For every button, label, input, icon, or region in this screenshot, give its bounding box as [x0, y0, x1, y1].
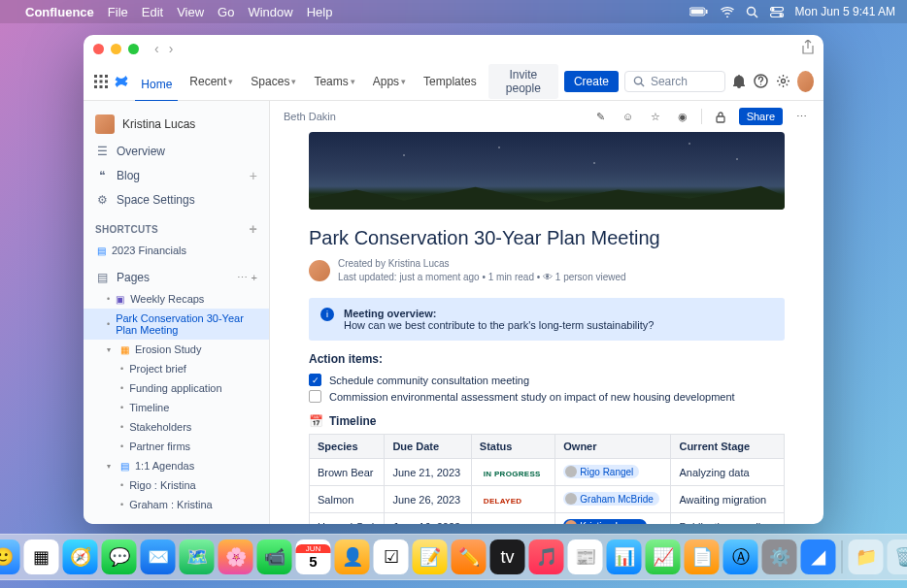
collapse-icon[interactable]: ▾ — [107, 345, 115, 354]
control-center-icon[interactable] — [770, 7, 784, 17]
tree-project-brief[interactable]: •Project brief — [84, 359, 269, 378]
dock-freeform[interactable]: ✏️ — [452, 539, 487, 574]
user-mention[interactable]: Graham McBride — [563, 492, 659, 506]
dock-notes[interactable]: 📝 — [413, 539, 448, 574]
sidebar-blog[interactable]: ❝ Blog + — [84, 163, 269, 188]
dock-confluence[interactable]: ◢ — [801, 539, 836, 574]
profile-avatar[interactable] — [797, 71, 814, 92]
search-input[interactable]: Search — [624, 71, 725, 92]
tree-park-meeting[interactable]: • Park Conservation 30-Year Plan Meeting — [84, 309, 269, 340]
tree-funding[interactable]: •Funding application — [84, 378, 269, 398]
nav-templates[interactable]: Templates — [418, 71, 483, 92]
create-button[interactable]: Create — [564, 71, 619, 92]
star-icon[interactable]: ☆ — [647, 108, 664, 125]
menu-go[interactable]: Go — [218, 5, 234, 19]
add-blog-icon[interactable]: + — [250, 168, 257, 183]
nav-back-icon[interactable]: ‹ — [154, 41, 159, 56]
menu-view[interactable]: View — [177, 5, 204, 19]
tree-partner-firms[interactable]: •Partner firms — [84, 437, 269, 456]
wifi-icon[interactable] — [721, 7, 734, 17]
edit-icon[interactable]: ✎ — [592, 108, 610, 125]
sidebar-overview[interactable]: ☰ Overview — [84, 140, 269, 163]
page-title: Park Conservation 30-Year Plan Meeting — [309, 227, 785, 249]
nav-spaces[interactable]: Spaces▾ — [245, 71, 302, 92]
tree-weekly-recaps[interactable]: • ▣ Weekly Recaps — [84, 289, 269, 309]
watch-icon[interactable]: ◉ — [674, 108, 691, 125]
collapse-icon[interactable]: ▾ — [107, 462, 115, 471]
status-lozenge: IN PROGRESS — [480, 469, 545, 479]
more-actions-icon[interactable]: ⋯ — [792, 108, 810, 125]
menu-window[interactable]: Window — [248, 5, 292, 19]
share-button[interactable]: Share — [739, 108, 783, 125]
dock-settings[interactable]: ⚙️ — [762, 539, 797, 574]
author-avatar[interactable] — [309, 260, 330, 281]
task-checkbox[interactable] — [309, 390, 321, 403]
menu-file[interactable]: File — [108, 5, 128, 19]
shortcut-2023-financials[interactable]: ▤ 2023 Financials — [84, 241, 269, 260]
dock-tv[interactable]: tv — [490, 539, 525, 574]
tree-agendas[interactable]: ▾ ▤ 1:1 Agendas — [84, 456, 269, 475]
pages-section[interactable]: ▤ Pages ⋯+ — [84, 266, 269, 289]
restrictions-lock-icon[interactable] — [712, 108, 729, 125]
space-header[interactable]: Kristina Lucas — [84, 109, 269, 140]
zoom-window-button[interactable] — [128, 44, 139, 54]
dock-appstore[interactable]: Ⓐ — [723, 539, 758, 574]
dock-messages[interactable]: 💬 — [102, 539, 137, 574]
dock-contacts[interactable]: 👤 — [335, 539, 370, 574]
dock-launchpad[interactable]: ▦ — [24, 539, 59, 574]
task-checkbox[interactable]: ✓ — [309, 374, 321, 386]
status-lozenge: IN PROGRESS — [480, 523, 545, 525]
tree-graham[interactable]: •Graham : Kristina — [84, 495, 269, 514]
tree-stakeholders[interactable]: •Stakeholders — [84, 417, 269, 437]
add-page-icon[interactable]: + — [252, 272, 257, 284]
spotlight-icon[interactable] — [746, 6, 758, 18]
sidebar-space-settings[interactable]: ⚙ Space Settings — [84, 188, 269, 212]
menu-help[interactable]: Help — [307, 5, 333, 19]
close-window-button[interactable] — [93, 44, 104, 54]
nav-teams[interactable]: Teams▾ — [308, 71, 360, 92]
info-panel: i Meeting overview: How can we best cont… — [309, 298, 785, 341]
dock-mail[interactable]: ✉️ — [141, 539, 176, 574]
nav-home[interactable]: Home — [135, 74, 178, 102]
tree-erosion-study[interactable]: ▾ ▦ Erosion Study — [84, 340, 269, 359]
tree-timeline[interactable]: •Timeline — [84, 398, 269, 417]
svg-rect-10 — [99, 75, 102, 78]
menubar-datetime[interactable]: Mon Jun 5 9:41 AM — [795, 5, 895, 18]
breadcrumb-author[interactable]: Beth Dakin — [284, 111, 336, 122]
app-switcher-icon[interactable] — [93, 72, 108, 91]
dock-safari[interactable]: 🧭 — [63, 539, 98, 574]
dock-news[interactable]: 📰 — [568, 539, 603, 574]
tree-rigo[interactable]: •Rigo : Kristina — [84, 475, 269, 495]
confluence-logo-icon[interactable] — [114, 72, 129, 91]
dock-downloads[interactable]: 📁 — [849, 539, 884, 574]
dock-keynote[interactable]: 📊 — [607, 539, 642, 574]
menu-edit[interactable]: Edit — [142, 5, 163, 19]
dock-music[interactable]: 🎵 — [529, 539, 564, 574]
settings-gear-icon[interactable] — [775, 71, 791, 92]
battery-icon[interactable] — [689, 7, 709, 16]
macos-share-icon[interactable] — [802, 40, 814, 57]
dock-maps[interactable]: 🗺️ — [180, 539, 215, 574]
user-mention[interactable]: Rigo Rangel — [563, 465, 639, 478]
dock-photos[interactable]: 🌸 — [218, 539, 253, 574]
menu-app-name[interactable]: Confluence — [25, 5, 94, 19]
nav-forward-icon[interactable]: › — [169, 41, 174, 56]
minimize-window-button[interactable] — [111, 44, 121, 54]
dock-numbers[interactable]: 📈 — [646, 539, 681, 574]
user-mention[interactable]: Kristina Lucas — [563, 519, 647, 524]
help-icon[interactable] — [753, 71, 769, 92]
dock-pages[interactable]: 📄 — [685, 539, 720, 574]
dock-finder[interactable]: 🙂 — [0, 539, 20, 574]
dock-reminders[interactable]: ☑︎ — [374, 539, 409, 574]
invite-people-button[interactable]: Invite people — [488, 64, 558, 99]
notifications-icon[interactable] — [731, 71, 748, 92]
nav-apps[interactable]: Apps▾ — [367, 71, 412, 92]
dock-calendar[interactable]: JUN5 — [296, 539, 331, 574]
created-by: Created by Kristina Lucas — [338, 257, 626, 271]
nav-recent[interactable]: Recent▾ — [184, 71, 239, 92]
add-shortcut-icon[interactable]: + — [250, 221, 257, 237]
comment-icon[interactable]: ☺ — [620, 108, 637, 125]
dock-trash[interactable]: 🗑️ — [888, 539, 908, 574]
more-pages-icon[interactable]: ⋯ — [237, 272, 248, 284]
dock-facetime[interactable]: 📹 — [257, 539, 292, 574]
